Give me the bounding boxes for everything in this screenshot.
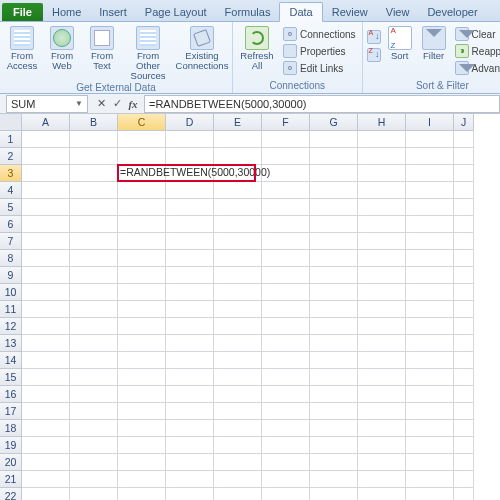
cell-A7[interactable] [22,233,70,250]
cell-I9[interactable] [406,267,454,284]
cell-F5[interactable] [262,199,310,216]
cell-F8[interactable] [262,250,310,267]
chevron-down-icon[interactable]: ▼ [75,99,83,108]
cell-B12[interactable] [70,318,118,335]
cell-B11[interactable] [70,301,118,318]
cell-G4[interactable] [310,182,358,199]
cancel-formula-button[interactable]: ✕ [94,97,108,110]
cell-J1[interactable] [454,131,474,148]
cell-C11[interactable] [118,301,166,318]
cell-B21[interactable] [70,471,118,488]
cell-A17[interactable] [22,403,70,420]
cell-J3[interactable] [454,165,474,182]
cell-G8[interactable] [310,250,358,267]
cell-E22[interactable] [214,488,262,500]
cell-H11[interactable] [358,301,406,318]
cell-H17[interactable] [358,403,406,420]
cell-J20[interactable] [454,454,474,471]
advanced-button[interactable]: Advanced [453,60,500,76]
cell-C10[interactable] [118,284,166,301]
cell-J19[interactable] [454,437,474,454]
cell-G1[interactable] [310,131,358,148]
cell-B13[interactable] [70,335,118,352]
cell-E1[interactable] [214,131,262,148]
column-header-E[interactable]: E [214,114,262,131]
reapply-button[interactable]: Reapply [453,43,500,59]
cell-G16[interactable] [310,386,358,403]
cell-H14[interactable] [358,352,406,369]
cell-C20[interactable] [118,454,166,471]
insert-function-button[interactable]: fx [126,98,140,110]
cell-E20[interactable] [214,454,262,471]
cell-E11[interactable] [214,301,262,318]
cell-A8[interactable] [22,250,70,267]
cell-J17[interactable] [454,403,474,420]
cell-D20[interactable] [166,454,214,471]
cell-I4[interactable] [406,182,454,199]
cell-A13[interactable] [22,335,70,352]
cell-I20[interactable] [406,454,454,471]
cell-A22[interactable] [22,488,70,500]
cell-B10[interactable] [70,284,118,301]
select-all-corner[interactable] [0,114,22,131]
cell-D16[interactable] [166,386,214,403]
cell-B14[interactable] [70,352,118,369]
cell-C17[interactable] [118,403,166,420]
cell-F17[interactable] [262,403,310,420]
cell-B22[interactable] [70,488,118,500]
row-header-21[interactable]: 21 [0,471,22,488]
cell-H22[interactable] [358,488,406,500]
cell-J13[interactable] [454,335,474,352]
row-header-13[interactable]: 13 [0,335,22,352]
cell-C18[interactable] [118,420,166,437]
cell-H5[interactable] [358,199,406,216]
cell-J14[interactable] [454,352,474,369]
cell-A21[interactable] [22,471,70,488]
column-header-G[interactable]: G [310,114,358,131]
cell-I12[interactable] [406,318,454,335]
cell-D4[interactable] [166,182,214,199]
cell-I17[interactable] [406,403,454,420]
cell-H16[interactable] [358,386,406,403]
cell-I21[interactable] [406,471,454,488]
cell-G14[interactable] [310,352,358,369]
cell-I14[interactable] [406,352,454,369]
row-header-6[interactable]: 6 [0,216,22,233]
row-header-4[interactable]: 4 [0,182,22,199]
row-header-7[interactable]: 7 [0,233,22,250]
cell-C7[interactable] [118,233,166,250]
cell-A1[interactable] [22,131,70,148]
cell-G2[interactable] [310,148,358,165]
cell-H18[interactable] [358,420,406,437]
cell-F2[interactable] [262,148,310,165]
cell-C12[interactable] [118,318,166,335]
cell-D10[interactable] [166,284,214,301]
cell-E7[interactable] [214,233,262,250]
tab-home[interactable]: Home [43,3,90,21]
cell-I16[interactable] [406,386,454,403]
tab-review[interactable]: Review [323,3,377,21]
cell-E13[interactable] [214,335,262,352]
row-header-9[interactable]: 9 [0,267,22,284]
cell-A11[interactable] [22,301,70,318]
cell-G3[interactable] [310,165,358,182]
cell-G17[interactable] [310,403,358,420]
cell-D19[interactable] [166,437,214,454]
tab-insert[interactable]: Insert [90,3,136,21]
cell-H1[interactable] [358,131,406,148]
cell-H2[interactable] [358,148,406,165]
cell-A6[interactable] [22,216,70,233]
cell-B9[interactable] [70,267,118,284]
cell-D6[interactable] [166,216,214,233]
edit-links-button[interactable]: Edit Links [281,60,358,76]
cell-E2[interactable] [214,148,262,165]
cell-J7[interactable] [454,233,474,250]
cell-D21[interactable] [166,471,214,488]
cell-I3[interactable] [406,165,454,182]
cell-I13[interactable] [406,335,454,352]
cell-J18[interactable] [454,420,474,437]
cell-J6[interactable] [454,216,474,233]
cell-J15[interactable] [454,369,474,386]
cell-C13[interactable] [118,335,166,352]
cell-I7[interactable] [406,233,454,250]
